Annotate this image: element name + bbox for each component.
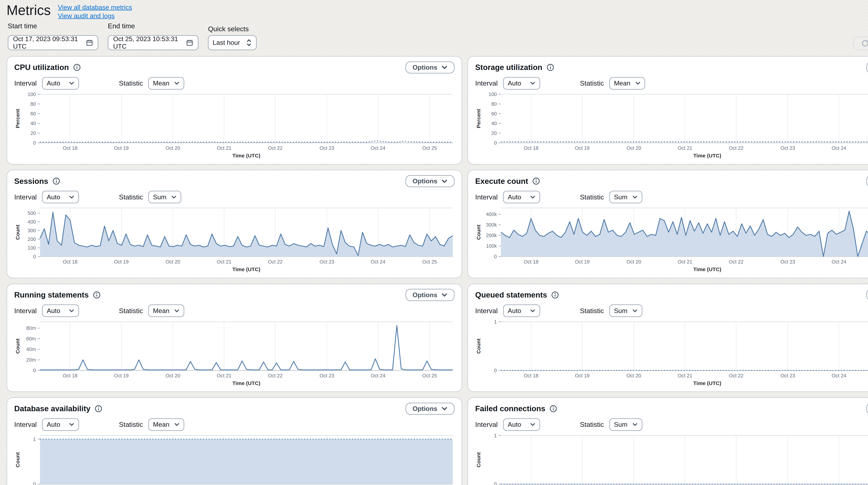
- svg-text:Time (UTC): Time (UTC): [232, 267, 260, 272]
- chevron-down-icon: [69, 423, 74, 426]
- svg-text:Oct 25: Oct 25: [422, 259, 437, 265]
- interval-select[interactable]: Auto: [503, 191, 540, 203]
- options-button[interactable]: Options: [866, 175, 868, 187]
- svg-text:Count: Count: [476, 452, 482, 467]
- svg-text:0: 0: [494, 140, 497, 146]
- chart-panel: Sessions Options Interval Auto: [7, 170, 462, 278]
- svg-text:200k: 200k: [486, 233, 497, 238]
- interval-label: Interval: [475, 79, 498, 87]
- start-time-label: Start time: [8, 22, 98, 30]
- interval-label: Interval: [14, 421, 37, 428]
- quick-selects-dropdown[interactable]: Last hour: [208, 35, 256, 50]
- info-icon[interactable]: [532, 177, 540, 185]
- svg-text:80: 80: [491, 101, 497, 107]
- chevron-down-icon: [530, 423, 535, 426]
- svg-text:Percent: Percent: [15, 109, 21, 128]
- svg-text:Oct 24: Oct 24: [832, 259, 846, 265]
- statistic-label: Statistic: [119, 307, 143, 315]
- interval-select[interactable]: Auto: [503, 77, 540, 90]
- panel-controls: Interval Auto Statistic Sum: [475, 304, 868, 317]
- panel-controls: Interval Auto Statistic Mean: [14, 418, 455, 431]
- chevron-down-icon: [530, 309, 535, 313]
- svg-text:Oct 20: Oct 20: [166, 259, 180, 265]
- svg-text:40: 40: [491, 121, 497, 126]
- chart-panel: Storage utilization Options Interval: [467, 56, 868, 164]
- interval-select[interactable]: Auto: [503, 304, 540, 317]
- statistic-select[interactable]: Mean: [148, 418, 184, 431]
- svg-text:20: 20: [30, 130, 36, 136]
- time-series-chart: Oct 18Oct 19Oct 20Oct 21Oct 22Oct 23Oct …: [14, 205, 455, 275]
- svg-text:Oct 23: Oct 23: [319, 145, 334, 151]
- interval-select[interactable]: Auto: [42, 418, 79, 431]
- link-view-audit-and-logs[interactable]: View audit and logs: [58, 12, 132, 20]
- options-button[interactable]: Options: [406, 289, 455, 301]
- svg-text:0: 0: [33, 481, 36, 485]
- interval-select[interactable]: Auto: [42, 77, 79, 90]
- statistic-select[interactable]: Sum: [609, 304, 642, 317]
- svg-text:Oct 24: Oct 24: [371, 145, 385, 151]
- svg-text:400: 400: [28, 219, 36, 224]
- statistic-select[interactable]: Sum: [609, 191, 642, 203]
- panel-header: Storage utilization Options: [475, 61, 868, 73]
- options-button[interactable]: Options: [406, 61, 455, 73]
- time-series-chart: Oct 18Oct 19Oct 20Oct 21Oct 22Oct 23Oct …: [475, 432, 868, 485]
- info-icon[interactable]: [93, 291, 101, 299]
- chevron-down-icon: [171, 195, 177, 199]
- info-icon[interactable]: [53, 177, 60, 185]
- svg-text:Oct 22: Oct 22: [729, 259, 744, 265]
- statistic-value: Mean: [153, 80, 169, 87]
- options-button[interactable]: Options: [866, 403, 868, 415]
- end-time-input[interactable]: Oct 25, 2023 10:53:31 UTC: [108, 35, 198, 50]
- svg-text:Oct 23: Oct 23: [319, 373, 334, 378]
- info-icon[interactable]: [547, 64, 554, 71]
- info-icon[interactable]: [550, 405, 557, 413]
- options-button[interactable]: Options: [866, 61, 868, 73]
- options-button[interactable]: Options: [866, 289, 868, 301]
- svg-text:200: 200: [28, 237, 36, 242]
- svg-text:Oct 23: Oct 23: [780, 373, 795, 378]
- quick-selects-label: Quick selects: [208, 25, 256, 33]
- statistic-select[interactable]: Mean: [148, 304, 184, 317]
- svg-text:Oct 21: Oct 21: [678, 259, 692, 265]
- page-header: Metrics View all database metrics View a…: [7, 2, 868, 20]
- svg-text:Oct 25: Oct 25: [422, 145, 437, 151]
- quick-selects-value: Last hour: [213, 39, 240, 47]
- info-icon[interactable]: [73, 64, 81, 71]
- link-view-all-database-metrics[interactable]: View all database metrics: [58, 4, 132, 11]
- options-button[interactable]: Options: [406, 175, 455, 187]
- chevron-down-icon: [632, 309, 638, 313]
- statistic-select[interactable]: Mean: [148, 77, 184, 90]
- interval-select[interactable]: Auto: [42, 191, 79, 203]
- statistic-select[interactable]: Sum: [148, 191, 181, 203]
- svg-text:Oct 23: Oct 23: [780, 145, 795, 151]
- interval-label: Interval: [14, 193, 37, 201]
- time-series-chart: Oct 18Oct 19Oct 20Oct 21Oct 22Oct 23Oct …: [475, 319, 868, 389]
- svg-text:Count: Count: [476, 224, 482, 240]
- start-time-input[interactable]: Oct 17, 2023 09:53:31 UTC: [8, 35, 98, 50]
- svg-text:Oct 24: Oct 24: [832, 145, 846, 151]
- panel-title-wrap: Queued statements: [475, 291, 559, 299]
- panel-header: Failed connections Options: [475, 403, 868, 415]
- panel-controls: Interval Auto Statistic Sum: [14, 191, 455, 203]
- header-links: View all database metrics View audit and…: [58, 2, 132, 20]
- chart-panel: CPU utilization Options Interval: [7, 56, 462, 164]
- reset-charts-button[interactable]: Reset charts: [853, 36, 868, 50]
- metrics-page: Metrics View all database metrics View a…: [0, 0, 868, 485]
- panel-title-wrap: Database availability: [14, 404, 102, 413]
- quick-selects-field: Quick selects Last hour: [208, 25, 256, 50]
- chevron-down-icon: [632, 195, 638, 199]
- chevron-down-icon: [530, 82, 535, 85]
- svg-text:Oct 18: Oct 18: [63, 259, 78, 265]
- chart-panel: Running statements Options Interval: [7, 284, 462, 392]
- interval-select[interactable]: Auto: [42, 304, 79, 317]
- interval-select[interactable]: Auto: [503, 418, 540, 431]
- interval-label: Interval: [14, 307, 37, 315]
- statistic-select[interactable]: Mean: [609, 77, 645, 90]
- svg-text:0: 0: [494, 254, 497, 259]
- svg-text:Oct 23: Oct 23: [319, 259, 334, 265]
- statistic-select[interactable]: Sum: [609, 418, 642, 431]
- info-icon[interactable]: [95, 405, 102, 413]
- options-button[interactable]: Options: [406, 403, 455, 415]
- info-icon[interactable]: [551, 291, 559, 299]
- end-time-value: Oct 25, 2023 10:53:31 UTC: [113, 35, 181, 50]
